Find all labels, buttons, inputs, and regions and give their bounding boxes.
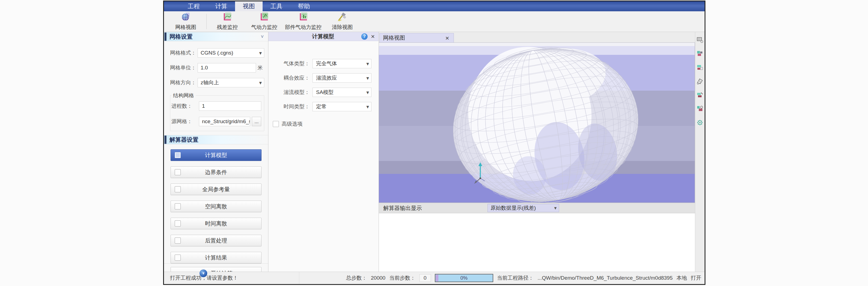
solver-step-global-reference[interactable]: 全局参考量	[170, 184, 261, 195]
source-mesh-value: nce_Struct/grid/m6_str.cgns	[202, 119, 250, 125]
solver-step-results[interactable]: 计算结果	[170, 252, 261, 263]
raw-data-display-value: 原始数据显示(残差)	[491, 204, 536, 212]
structured-mesh-group-label: 结构网格	[172, 92, 196, 99]
mesh-unit-label: 网格单位：	[170, 64, 197, 71]
aero-force-monitor-button[interactable]: 气动力监控	[246, 12, 283, 31]
total-steps-value: 20000	[371, 275, 385, 281]
mesh-format-label: 网格格式：	[170, 49, 197, 57]
coupling-effect-value: 湍流效应	[316, 74, 337, 82]
status-bar: 打开工程成功，请设置参数！ 总步数： 20000 当前步数： 0 0% 当前工程…	[164, 272, 705, 284]
computation-model-panel: 计算模型 气体类型： 完全气体 耦合效应： 湍流效应 湍流模型： SA模型	[269, 32, 379, 272]
time-type-select[interactable]: 定常	[312, 102, 371, 111]
mesh-view-button[interactable]: 网格视图	[167, 12, 204, 31]
close-icon[interactable]	[370, 33, 376, 39]
advanced-options-label: 高级选项	[282, 120, 303, 128]
help-icon[interactable]	[361, 33, 368, 40]
start-globe-icon	[199, 269, 207, 277]
mesh-unit-input[interactable]: 1.0	[197, 63, 256, 72]
solver-step-label: 时间离散	[171, 220, 261, 227]
solver-step-time-discretization[interactable]: 时间离散	[170, 218, 261, 229]
toolbar-button-label: 部件气动力监控	[285, 24, 321, 31]
advanced-options-checkbox[interactable]	[273, 121, 279, 127]
current-step-value: 0	[420, 274, 431, 282]
solver-step-label: 计算模型	[171, 152, 261, 159]
mesh-settings-form: 网格格式： CGNS (.cgns) 网格单位： 1.0 米 网格方向： z轴向…	[164, 41, 268, 135]
toolbar-button-label: 网格视图	[175, 24, 196, 31]
surface-display-tool-icon[interactable]	[696, 64, 704, 71]
mesh-settings-header[interactable]: 网格设置	[164, 32, 268, 41]
toolbar-button-label: 残差监控	[217, 24, 238, 31]
solver-settings-header[interactable]: 解算器设置	[164, 135, 268, 145]
solver-output-tab[interactable]: 解算器输出显示	[383, 204, 422, 212]
mesh-settings-panel: 网格设置 网格格式： CGNS (.cgns) 网格单位： 1.0 米 网格方向…	[164, 32, 269, 272]
total-steps-label: 总步数：	[346, 275, 367, 282]
app-window: 工程 计算 视图 工具 帮助 网格视图	[163, 1, 706, 285]
menu-help[interactable]: 帮助	[290, 1, 318, 11]
source-mesh-input[interactable]: nce_Struct/grid/m6_str.cgns	[199, 117, 250, 126]
solver-step-label: 空间离散	[171, 203, 261, 210]
solver-step-boundary-conditions[interactable]: 边界条件	[170, 166, 261, 178]
chevron-down-icon[interactable]	[261, 34, 264, 40]
menu-bar: 工程 计算 视图 工具 帮助	[164, 1, 705, 11]
turbulence-model-value: SA模型	[316, 89, 334, 96]
close-tab-icon[interactable]	[444, 35, 450, 41]
viewport-tool-strip	[695, 32, 705, 272]
component-aero-force-monitor-button[interactable]: 部件气动力监控	[283, 12, 324, 31]
residual-chart-icon	[223, 12, 232, 23]
computation-model-form: 气体类型： 完全气体 耦合效应： 湍流效应 湍流模型： SA模型 时间类型： 定…	[269, 41, 379, 128]
gas-type-select[interactable]: 完全气体	[312, 59, 371, 68]
project-path-label: 当前工程路径：	[497, 275, 534, 282]
current-step-label: 当前步数：	[390, 275, 415, 282]
solver-step-label: 计算结果	[171, 254, 261, 261]
source-mesh-label: 源网格：	[172, 118, 199, 125]
main-area: 网格设置 网格格式： CGNS (.cgns) 网格单位： 1.0 米 网格方向…	[164, 32, 705, 272]
mesh-display-tool-icon[interactable]	[696, 36, 704, 43]
menu-view[interactable]: 视图	[235, 1, 262, 11]
turbulence-model-label: 湍流模型：	[283, 89, 310, 96]
solver-output-console[interactable]	[379, 213, 695, 272]
browse-button[interactable]: ...	[252, 117, 261, 126]
clear-view-button[interactable]: 清除视图	[324, 12, 361, 31]
wireframe-tool-icon[interactable]	[696, 78, 704, 85]
viewport-area: 网格视图	[379, 32, 695, 272]
solver-step-computation-model[interactable]: 计算模型	[170, 149, 261, 161]
probe-tool-icon[interactable]	[696, 105, 704, 113]
connection-mode: 本地	[677, 275, 687, 282]
progress-bar: 0%	[435, 274, 493, 282]
mesh-format-value: CGNS (.cgns)	[200, 50, 233, 56]
solver-step-spatial-discretization[interactable]: 空间离散	[170, 200, 261, 212]
raw-data-display-select[interactable]: 原始数据显示(残差)	[488, 204, 559, 212]
project-state: 打开	[691, 275, 701, 282]
mesh-view-tab-label: 网格视图	[383, 34, 444, 42]
progress-percent: 0%	[461, 275, 468, 281]
mesh-format-select[interactable]: CGNS (.cgns)	[197, 48, 264, 58]
coupling-effect-select[interactable]: 湍流效应	[312, 73, 371, 83]
mesh-orientation-value: z轴向上	[200, 79, 219, 86]
process-count-label: 进程数：	[172, 102, 199, 110]
coupling-effect-label: 耦合效应：	[283, 74, 310, 82]
process-count-input[interactable]: 1	[199, 101, 261, 111]
toolbar: 网格视图 残差监控 气	[164, 11, 705, 32]
mesh-3d-viewport[interactable]	[379, 42, 695, 203]
residual-monitor-button[interactable]: 残差监控	[209, 12, 246, 31]
menu-project[interactable]: 工程	[180, 1, 208, 11]
mesh-orientation-label: 网格方向：	[170, 79, 197, 86]
menu-tools[interactable]: 工具	[262, 1, 290, 11]
component-chart-icon	[299, 12, 308, 23]
mesh-sphere-icon	[181, 12, 190, 23]
turbulence-model-select[interactable]: SA模型	[312, 88, 371, 97]
axis-triad	[471, 161, 492, 187]
mesh-unit-value: 1.0	[200, 65, 208, 71]
gas-type-label: 气体类型：	[283, 60, 310, 67]
mesh-orientation-select[interactable]: z轴向上	[197, 78, 264, 87]
solver-step-label: 边界条件	[171, 169, 261, 176]
broom-icon	[338, 12, 347, 23]
settings-gear-icon[interactable]	[696, 119, 704, 126]
boundary-display-tool-icon[interactable]	[696, 50, 704, 57]
slice-tool-icon[interactable]	[696, 92, 704, 99]
solver-step-post-processing[interactable]: 后置处理	[170, 235, 261, 246]
mesh-view-tab[interactable]: 网格视图	[379, 33, 454, 42]
project-path-value: ...QW/bin/Demo/ThreeD_M6_Turbulence_Stru…	[537, 275, 673, 281]
menu-compute[interactable]: 计算	[208, 1, 235, 11]
gas-type-value: 完全气体	[316, 60, 337, 67]
